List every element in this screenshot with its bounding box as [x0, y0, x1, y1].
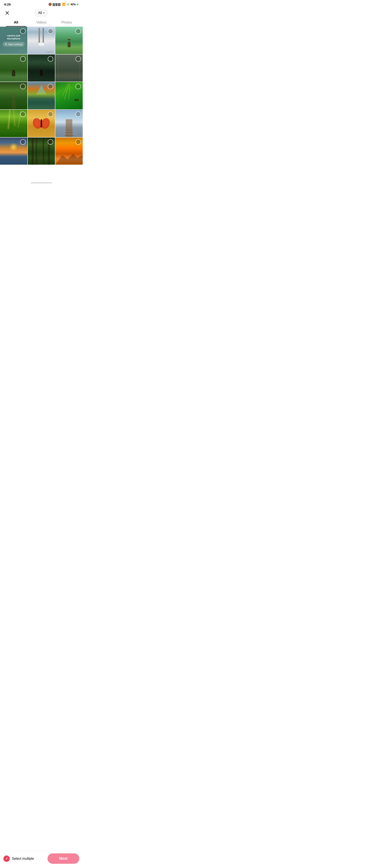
media-cell-9[interactable]	[55, 82, 83, 110]
select-circle-4[interactable]	[20, 56, 26, 62]
tab-videos[interactable]: Videos	[29, 19, 54, 27]
chevron-down-icon: ▾	[43, 11, 44, 14]
media-cell-2[interactable]: 00:37	[28, 27, 55, 54]
duration-badge-2: 00:37	[47, 50, 54, 53]
status-time: 6:29	[4, 3, 10, 6]
media-grid: camera and microphone ⚙ Open settings 00…	[0, 27, 83, 165]
select-circle-14[interactable]	[48, 139, 53, 145]
media-cell-14[interactable]	[28, 137, 55, 165]
status-bar: 6:29 🔕 ▌▌▌▌▌ 📶 🔋 92%	[0, 0, 83, 7]
battery-icon: 🔋	[67, 3, 69, 6]
open-settings-label: Open settings	[8, 43, 23, 45]
tab-photos[interactable]: Photos	[54, 19, 79, 27]
select-circle-5[interactable]	[48, 56, 53, 62]
status-icons: 🔕 ▌▌▌▌▌ 📶 🔋 92%	[48, 3, 79, 6]
select-circle-12[interactable]	[76, 112, 81, 117]
media-cell-15[interactable]	[55, 137, 83, 165]
media-cell-11[interactable]	[28, 110, 55, 137]
select-circle-1[interactable]	[20, 28, 26, 34]
media-cell-4[interactable]	[0, 55, 27, 82]
tabs-bar: All Videos Photos	[0, 19, 83, 27]
media-cell-8[interactable]	[28, 82, 55, 110]
battery-dot	[77, 4, 79, 5]
select-circle-13[interactable]	[20, 139, 26, 145]
home-bar	[31, 182, 52, 183]
close-icon	[5, 11, 9, 15]
battery-percent: 92%	[70, 3, 76, 6]
media-cell-10[interactable]	[0, 110, 27, 137]
filter-dropdown[interactable]: All ▾	[35, 9, 48, 16]
select-circle-3[interactable]	[76, 28, 81, 34]
media-cell-6[interactable]	[55, 55, 83, 82]
media-cell-5[interactable]	[28, 55, 55, 82]
media-cell-1[interactable]: camera and microphone ⚙ Open settings 00…	[0, 27, 27, 54]
media-cell-13[interactable]	[0, 137, 27, 165]
signal-icon: ▌▌▌▌▌	[53, 3, 61, 6]
filter-label: All	[38, 11, 42, 15]
close-button[interactable]	[3, 9, 11, 17]
media-cell-3[interactable]	[55, 27, 83, 54]
tab-all[interactable]: All	[3, 19, 29, 27]
gear-icon: ⚙	[5, 43, 7, 45]
select-circle-6[interactable]	[76, 56, 81, 62]
select-circle-15[interactable]	[76, 139, 81, 145]
media-cell-7[interactable]	[0, 82, 27, 110]
media-cell-12[interactable]	[55, 110, 83, 137]
open-settings-button[interactable]: ⚙ Open settings	[3, 42, 25, 46]
select-circle-7[interactable]	[20, 84, 26, 89]
camera-overlay-text: camera and microphone	[0, 34, 27, 40]
home-indicator	[0, 182, 83, 185]
mute-icon: 🔕	[48, 3, 52, 6]
wifi-icon: 📶	[62, 3, 65, 6]
top-nav: All ▾	[0, 7, 83, 19]
select-circle-10[interactable]	[20, 112, 26, 117]
